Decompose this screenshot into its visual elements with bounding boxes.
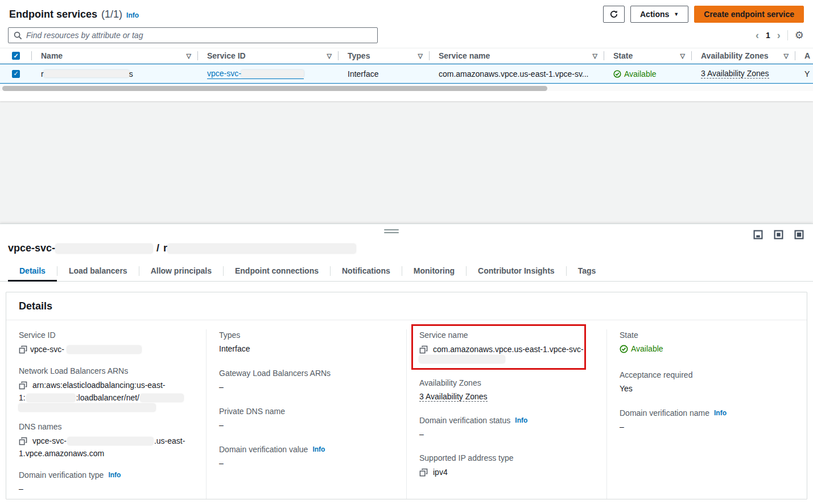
resource-filter[interactable] <box>8 27 378 43</box>
service-id-link[interactable]: vpce-svc- <box>207 69 304 79</box>
copy-icon[interactable] <box>419 468 428 477</box>
filter-icon[interactable]: ▽ <box>784 52 789 60</box>
endpoint-services-table-card: Endpoint services (1/1) Info Actions ▼ C… <box>0 0 813 101</box>
filter-icon[interactable]: ▽ <box>418 52 423 60</box>
tab-allow-principals[interactable]: Allow principals <box>139 263 223 281</box>
copy-icon[interactable] <box>419 345 428 354</box>
redacted-text <box>419 356 505 363</box>
panel-title: vpce-svc- / r <box>8 242 804 254</box>
filter-icon[interactable]: ▽ <box>187 52 191 60</box>
table-header-row: ✓ Name ▽ Service ID ▽ Types ▽ Service na… <box>0 48 813 64</box>
preferences-gear-icon[interactable]: ⚙ <box>795 30 804 40</box>
panel-tabs: Details Load balancers Allow principals … <box>0 263 813 282</box>
filter-icon[interactable]: ▽ <box>680 52 685 60</box>
field-types: Types Interface <box>219 329 394 355</box>
info-link[interactable]: Info <box>714 407 727 419</box>
actions-button[interactable]: Actions ▼ <box>630 6 688 23</box>
filter-row: ‹ 1 › ⚙ <box>0 23 813 43</box>
horizontal-scrollbar-thumb[interactable] <box>2 86 547 91</box>
service-name-highlight-box: Service name com.amazonaws.vpce.us-east-… <box>411 324 586 370</box>
check-icon: ✓ <box>13 71 18 77</box>
resource-count: (1/1) <box>101 9 122 20</box>
column-header-types[interactable]: Types ▽ <box>339 48 430 63</box>
copy-icon[interactable] <box>19 381 27 390</box>
table-row[interactable]: ✓ r s vpce-svc- Interface com.amazonaws.… <box>0 64 813 84</box>
details-column-3: Service name com.amazonaws.vpce.us-east-… <box>406 329 606 499</box>
header-checkbox-cell: ✓ <box>0 48 32 63</box>
panel-drag-handle[interactable] <box>384 229 399 235</box>
column-header-availability-zones[interactable]: Availability Zones ▽ <box>692 48 795 63</box>
create-label: Create endpoint service <box>704 10 794 19</box>
column-header-service-id[interactable]: Service ID ▽ <box>198 48 339 63</box>
redacted-text <box>44 70 129 77</box>
availability-zones-popover[interactable]: 3 Availability Zones <box>701 69 769 79</box>
previous-page-icon[interactable]: ‹ <box>756 30 759 40</box>
info-link[interactable]: Info <box>312 444 325 456</box>
details-column-2: Types Interface Gateway Load Balancers A… <box>206 329 406 499</box>
search-icon <box>14 31 22 40</box>
info-link[interactable]: Info <box>108 469 121 481</box>
field-domain-verification-value: Domain verification value Info – <box>219 444 394 469</box>
status-badge: Available <box>613 69 657 79</box>
cell-service-name: com.amazonaws.vpce.us-east-1.vpce-sv... <box>430 64 604 83</box>
tab-monitoring[interactable]: Monitoring <box>402 263 466 281</box>
info-link[interactable]: Info <box>515 415 527 427</box>
row-checkbox-cell: ✓ <box>0 64 32 83</box>
redacted-text <box>56 244 152 253</box>
pagination: ‹ 1 › ⚙ <box>756 30 804 40</box>
field-service-id: Service ID vpce-svc- <box>19 329 193 356</box>
table-title-group: Endpoint services (1/1) Info <box>9 9 139 20</box>
column-header-name[interactable]: Name ▽ <box>32 48 198 63</box>
next-page-icon[interactable]: › <box>777 30 781 40</box>
field-availability-zones: Availability Zones 3 Availability Zones <box>419 377 594 403</box>
cell-state: Available <box>604 64 692 83</box>
actions-label: Actions <box>640 10 669 19</box>
tab-notifications[interactable]: Notifications <box>331 263 402 281</box>
availability-zones-popover[interactable]: 3 Availability Zones <box>419 392 488 402</box>
details-column-4: State Available Acceptance required <box>606 329 807 499</box>
row-checkbox[interactable]: ✓ <box>12 70 20 78</box>
panel-size-full-icon[interactable] <box>794 230 804 239</box>
filter-icon[interactable]: ▽ <box>593 52 597 60</box>
tab-details[interactable]: Details <box>8 263 57 281</box>
field-glb-arns: Gateway Load Balancers ARNs – <box>219 367 394 393</box>
title-info-link[interactable]: Info <box>126 11 139 19</box>
details-card: Details Service ID vpce-svc- Network Lo <box>6 292 807 499</box>
field-state: State Available <box>620 329 794 357</box>
cell-types: Interface <box>339 64 430 83</box>
field-supported-ip: Supported IP address type ipv4 <box>419 452 594 478</box>
cell-availability-zones: 3 Availability Zones <box>692 64 795 83</box>
refresh-button[interactable] <box>603 6 625 23</box>
status-badge: Available <box>620 343 663 355</box>
details-column-1: Service ID vpce-svc- Network Load Balanc… <box>6 329 206 499</box>
cell-overflow: Y <box>795 64 813 83</box>
create-endpoint-service-button[interactable]: Create endpoint service <box>694 6 804 23</box>
panel-size-medium-icon[interactable] <box>774 230 783 239</box>
select-all-checkbox[interactable]: ✓ <box>12 52 20 60</box>
copy-icon[interactable] <box>19 345 27 354</box>
panel-size-small-icon[interactable] <box>753 230 763 239</box>
field-domain-verification-name: Domain verification name Info – <box>620 407 794 433</box>
field-dns-names: DNS names vpce-svc- .us-east- 1.vpce.ama… <box>19 421 193 460</box>
tab-endpoint-connections[interactable]: Endpoint connections <box>224 263 330 281</box>
column-header-service-name[interactable]: Service name ▽ <box>430 48 604 63</box>
copy-icon[interactable] <box>19 437 27 445</box>
endpoint-services-table: ✓ Name ▽ Service ID ▽ Types ▽ Service na… <box>0 48 813 84</box>
search-input[interactable] <box>26 31 372 40</box>
redacted-text <box>68 437 153 445</box>
table-toolbar: Endpoint services (1/1) Info Actions ▼ C… <box>0 0 813 23</box>
current-page-number[interactable]: 1 <box>766 31 770 40</box>
field-domain-verification-status: Domain verification status Info – <box>419 415 594 440</box>
column-header-overflow[interactable]: A <box>795 48 813 63</box>
split-panel: vpce-svc- / r Details Load balancers All… <box>0 224 813 504</box>
tab-load-balancers[interactable]: Load balancers <box>57 263 139 281</box>
column-header-state[interactable]: State ▽ <box>604 48 692 63</box>
field-domain-verification-type: Domain verification type Info – <box>19 469 193 495</box>
field-nlb-arns: Network Load Balancers ARNs arn:aws:elas… <box>19 365 193 411</box>
redacted-text <box>241 70 304 77</box>
pager-divider <box>787 30 788 40</box>
filter-icon[interactable]: ▽ <box>327 52 332 60</box>
tab-contributor-insights[interactable]: Contributor Insights <box>467 263 566 281</box>
tab-tags[interactable]: Tags <box>567 263 608 281</box>
details-card-header: Details <box>6 292 807 320</box>
